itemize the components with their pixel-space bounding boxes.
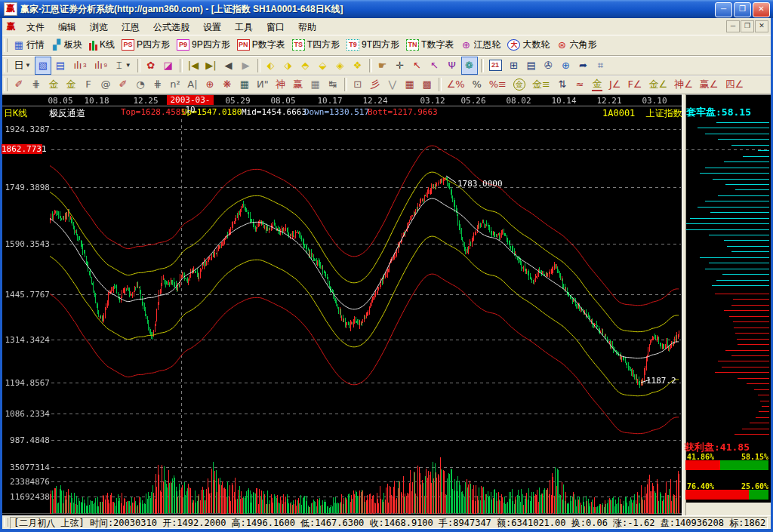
minimize-button[interactable]: ─ bbox=[715, 2, 732, 17]
span-measure-button[interactable]: ↹ bbox=[325, 75, 341, 94]
tool-9P四方形[interactable]: P99P四方形 bbox=[174, 36, 233, 54]
zoom-in-button[interactable]: ⬙ bbox=[315, 57, 331, 75]
menu-item-8[interactable]: 帮助 bbox=[291, 20, 323, 35]
wave-mark-button[interactable]: И" bbox=[254, 75, 272, 94]
pointer-red-button[interactable]: ↖ bbox=[409, 57, 426, 75]
fan-lines-button[interactable]: 彡 bbox=[367, 75, 383, 94]
pointer-magenta-button[interactable]: ↖ bbox=[427, 57, 443, 75]
pan-right-button[interactable]: ⬗ bbox=[280, 57, 297, 75]
tool-行情[interactable]: ▦行情 bbox=[11, 36, 48, 54]
ying-tool-button[interactable]: 赢 bbox=[290, 75, 306, 94]
panel-label: 日K线 bbox=[4, 107, 27, 120]
network-button[interactable]: ⊕ bbox=[558, 57, 574, 75]
calendar-button[interactable]: 21 bbox=[486, 57, 505, 75]
close-button[interactable]: ✕ bbox=[753, 2, 770, 17]
gann-tool-button[interactable]: Ψ bbox=[444, 57, 460, 75]
last-bar-button[interactable]: ▶| bbox=[202, 57, 219, 75]
updown-measure-button[interactable]: ⇅ bbox=[554, 75, 571, 94]
zigzag-button[interactable]: ⋁ bbox=[384, 75, 401, 94]
f-angle-button[interactable]: F∠ bbox=[624, 75, 645, 94]
tool-T四方形[interactable]: TST四方形 bbox=[289, 36, 343, 54]
menu-item-0[interactable]: 文件 bbox=[20, 20, 51, 35]
shen-tool-button[interactable]: 神 bbox=[273, 75, 289, 94]
menu-item-2[interactable]: 浏览 bbox=[83, 20, 115, 35]
gold-lines-button[interactable]: 金≡ bbox=[529, 75, 553, 94]
price-grid-button[interactable]: ⋕ bbox=[149, 75, 166, 94]
prev-bar-button[interactable]: ◀ bbox=[220, 57, 237, 75]
flower-tool-button[interactable]: ❁ bbox=[461, 57, 478, 75]
tool-9T四方形[interactable]: T99T四方形 bbox=[343, 36, 402, 54]
red-grid-button[interactable]: ▦ bbox=[402, 75, 418, 94]
pan-left-button[interactable]: ⬖ bbox=[263, 57, 279, 75]
info-sheet-button[interactable]: ▤ bbox=[52, 57, 69, 75]
tool-江恩轮[interactable]: ⊕江恩轮 bbox=[457, 36, 504, 54]
menu-item-1[interactable]: 编辑 bbox=[51, 20, 83, 35]
gold-underline-button[interactable]: 金 bbox=[589, 75, 605, 94]
gold-tool-2-button[interactable]: 金 bbox=[63, 75, 79, 94]
fibonacci-button[interactable]: Ϝ bbox=[80, 75, 97, 94]
fit-all-button[interactable]: ◈ bbox=[332, 57, 349, 75]
notepad-button[interactable]: ▤ bbox=[523, 57, 540, 75]
tool-P数字表[interactable]: PNP数字表 bbox=[234, 36, 288, 54]
gold-tool-1-button[interactable]: 金 bbox=[45, 75, 62, 94]
time-cycle-button[interactable]: ◔ bbox=[132, 75, 149, 94]
compressed-chart-button[interactable]: ▧ bbox=[35, 57, 51, 75]
ying-angle-button[interactable]: 赢∠ bbox=[697, 75, 722, 94]
star-burst-button[interactable]: ❋ bbox=[219, 75, 236, 94]
menu-item-6[interactable]: 工具 bbox=[228, 20, 260, 35]
tool-板块[interactable]: ▞板块 bbox=[48, 36, 85, 54]
j-angle-button[interactable]: J∠ bbox=[606, 75, 624, 94]
mdi-button-0[interactable]: ─ bbox=[726, 20, 740, 32]
tool-K线[interactable]: K线 bbox=[86, 36, 118, 54]
four-angle-button[interactable]: 四∠ bbox=[722, 75, 747, 94]
crosshair-tool-button[interactable]: ✛ bbox=[392, 57, 408, 75]
draw-pen-button[interactable]: ✐ bbox=[11, 75, 27, 94]
box-tool-button[interactable]: ⊡ bbox=[350, 75, 366, 94]
menu-item-3[interactable]: 江恩 bbox=[115, 20, 146, 35]
remote-pc-button[interactable]: ⌗ bbox=[593, 57, 609, 75]
overlay-9-button[interactable]: ılı9 bbox=[90, 57, 109, 75]
mdi-button-2[interactable]: ✕ bbox=[755, 20, 768, 32]
gold-angle-button[interactable]: 金∠ bbox=[646, 75, 671, 94]
shen-angle-button[interactable]: 神∠ bbox=[671, 75, 696, 94]
circle-cross-button[interactable]: ⊕ bbox=[202, 75, 218, 94]
draw-grip[interactable] bbox=[4, 78, 8, 91]
percent-button[interactable]: % bbox=[469, 75, 485, 94]
analysis-chart-button[interactable]: ◪ bbox=[160, 57, 177, 75]
tool-P四方形[interactable]: PSP四方形 bbox=[119, 36, 173, 54]
angle-grid-button[interactable]: ▩ bbox=[419, 75, 436, 94]
percent-lines-button[interactable]: %≡ bbox=[486, 75, 510, 94]
hand-tool-button[interactable]: ☛ bbox=[374, 57, 391, 75]
gann-grid-button[interactable]: ⋕ bbox=[28, 75, 45, 94]
grid-box-2-button[interactable]: ▦ bbox=[307, 75, 324, 94]
tool-六角形[interactable]: ⊛六角形 bbox=[553, 36, 599, 54]
mdi-button-1[interactable]: ❐ bbox=[741, 20, 754, 32]
first-bar-button[interactable]: |◀ bbox=[185, 57, 202, 75]
pattern-button[interactable]: ✿ bbox=[143, 57, 159, 75]
save-button[interactable]: ✇ bbox=[540, 57, 557, 75]
tools-grip[interactable] bbox=[4, 59, 8, 72]
toolbar-grip[interactable] bbox=[4, 38, 8, 52]
tool-T数字表[interactable]: TNT数字表 bbox=[403, 36, 457, 54]
gold-circle-button[interactable]: 金 bbox=[510, 75, 528, 94]
next-bar-button[interactable]: ▶ bbox=[238, 57, 254, 75]
grid-view-button[interactable]: ❖ bbox=[350, 57, 366, 75]
candle-style-button[interactable]: ⌶▼ bbox=[111, 57, 134, 75]
draw-pen-2-button[interactable]: ✐ bbox=[115, 75, 131, 94]
tool-大数轮[interactable]: 大大数轮 bbox=[504, 36, 553, 54]
export-button[interactable]: ➦ bbox=[575, 57, 592, 75]
percent-angle-button[interactable]: ∠% bbox=[444, 75, 468, 94]
wave-tool-button[interactable]: ≈ bbox=[571, 75, 588, 94]
period-daily-button[interactable]: 日▼ bbox=[11, 57, 34, 75]
text-label-button[interactable]: A| bbox=[184, 75, 201, 94]
square-numbers-button[interactable]: n² bbox=[167, 75, 183, 94]
spiral-button[interactable]: @ bbox=[97, 75, 114, 94]
menu-item-4[interactable]: 公式选股 bbox=[146, 20, 196, 35]
restore-button[interactable]: ❐ bbox=[734, 2, 751, 17]
calculator-button[interactable]: ⊞ bbox=[506, 57, 522, 75]
menu-item-7[interactable]: 窗口 bbox=[260, 20, 291, 35]
menu-item-5[interactable]: 设置 bbox=[196, 20, 228, 35]
zoom-out-button[interactable]: ⬘ bbox=[297, 57, 314, 75]
overlay-3-button[interactable]: ılı3 bbox=[69, 57, 89, 75]
grid-box-button[interactable]: ▦ bbox=[236, 75, 253, 94]
